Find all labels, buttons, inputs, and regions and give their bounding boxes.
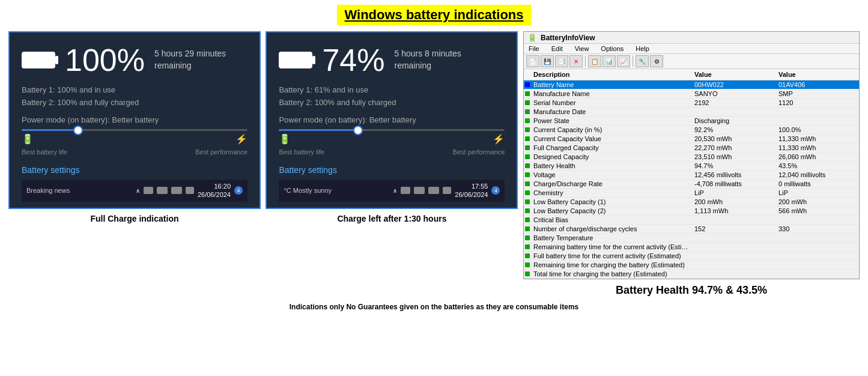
row-v2-13: 200 mWh <box>777 198 849 205</box>
row-color-dot-9 <box>525 162 532 169</box>
row-v1-8: 23,510 mWh <box>693 153 777 160</box>
toolbar-btn5[interactable]: 📊 <box>602 55 616 67</box>
biv-row-8[interactable]: Designed Capacity 23,510 mWh 26,060 mWh <box>524 153 859 162</box>
toolbar-btn6[interactable]: 📈 <box>617 55 630 67</box>
taskbar-arrow-partial: ∧ <box>393 187 397 194</box>
row-color-dot-2 <box>525 99 532 106</box>
row-label-5: Current Capacity (in %) <box>532 126 693 133</box>
biv-row-17[interactable]: Battery Temperature <box>524 234 859 243</box>
biv-row-5[interactable]: Current Capacity (in %) 92.2% 100.0% <box>524 126 859 135</box>
row-label-16: Number of charge/discharge cycles <box>532 225 693 232</box>
row-color-dot-11 <box>525 180 532 187</box>
caption-partial: Charge left after 1:30 hours <box>337 214 446 223</box>
label-right-partial: Best performance <box>453 148 505 156</box>
row-color-dot-12 <box>525 189 532 196</box>
biv-row-13[interactable]: Low Battery Capacity (1) 200 mWh 200 mWh <box>524 198 859 207</box>
toolbar-btn4[interactable]: 📋 <box>588 55 601 67</box>
taskbar-arrow-full: ∧ <box>136 187 140 194</box>
row-color-dot-5 <box>525 126 532 133</box>
battery-panel-full: 100% 5 hours 29 minutes remaining Batter… <box>8 31 261 209</box>
biv-row-3[interactable]: Manufacture Date <box>524 108 859 117</box>
col-value1: Value <box>693 70 777 79</box>
biv-row-7[interactable]: Full Charged Capacity 22,270 mWh 11,330 … <box>524 144 859 153</box>
row-label-1: Manufacture Name <box>532 90 693 97</box>
row-color-dot-3 <box>525 108 532 115</box>
toolbar-btn7[interactable]: 🔧 <box>636 55 649 67</box>
taskbar-news-full: Breaking news <box>26 187 70 194</box>
row-v2-9: 43.5% <box>777 162 849 169</box>
menu-options[interactable]: Options <box>598 44 626 53</box>
menu-edit[interactable]: Edit <box>549 44 565 53</box>
biv-bottom-caption: Battery Health 94.7% & 43.5% <box>616 284 767 297</box>
row-color-dot-10 <box>525 171 532 178</box>
battery-settings-link-partial[interactable]: Battery settings <box>279 165 505 175</box>
taskbar-icon1-partial <box>401 187 410 194</box>
menu-file[interactable]: File <box>526 44 542 53</box>
biv-row-4[interactable]: Power State Discharging <box>524 117 859 126</box>
row-v2-11: 0 milliwatts <box>777 180 849 187</box>
taskbar-badge-full: 4 <box>234 186 243 195</box>
battery-life-icon: 🔋 <box>22 133 34 145</box>
row-label-20: Remaining time for charging the battery … <box>532 261 693 268</box>
biv-row-15[interactable]: Critical Bias <box>524 216 859 225</box>
col-value2: Value <box>777 70 849 79</box>
biv-row-14[interactable]: Low Battery Capacity (2) 1,113 mWh 566 m… <box>524 207 859 216</box>
biv-row-1[interactable]: Manufacture Name SANYO SMP <box>524 89 859 99</box>
power-mode-partial: Power mode (on battery): Better battery <box>279 115 505 124</box>
power-slider-partial[interactable]: 🔋 ⚡ Best battery life Best performance <box>279 129 505 156</box>
row-v1-9: 94.7% <box>693 162 777 169</box>
biv-menu[interactable]: File Edit View Options Help <box>524 44 859 54</box>
menu-help[interactable]: Help <box>633 44 652 53</box>
row-color-dot-16 <box>525 225 532 232</box>
biv-row-2[interactable]: Serial Number 2192 1120 <box>524 99 859 108</box>
biv-row-18[interactable]: Remaining battery time for the current a… <box>524 243 859 252</box>
biv-title-icon: 🔋 <box>527 33 537 42</box>
biv-row-9[interactable]: Battery Health 94.7% 43.5% <box>524 162 859 171</box>
biv-titlebar: 🔋 BatteryInfoView <box>524 32 859 44</box>
row-color-dot-18 <box>525 243 532 250</box>
row-color-dot-6 <box>525 135 532 142</box>
biv-row-10[interactable]: Voltage 12,456 millivolts 12,040 millivo… <box>524 171 859 180</box>
row-label-21: Total time for charging the battery (Est… <box>532 270 693 277</box>
toolbar-btn3[interactable]: 📑 <box>555 55 568 67</box>
toolbar-btn8[interactable]: ⚙ <box>650 55 663 67</box>
taskbar-volume-full <box>186 187 194 194</box>
biv-row-6[interactable]: Current Capacity Value 20,530 mWh 11,330… <box>524 135 859 144</box>
row-label-8: Designed Capacity <box>532 153 693 160</box>
col-description: Description <box>532 70 693 79</box>
row-v1-11: -4,708 milliwatts <box>693 180 777 187</box>
biv-row-12[interactable]: Chemistry LiP LiP <box>524 189 859 198</box>
taskbar-temp-partial: °C Mostly sunny <box>284 187 332 194</box>
row-v1-10: 12,456 millivolts <box>693 171 777 178</box>
toolbar-btn-del[interactable]: ✕ <box>569 55 583 67</box>
biv-row-0[interactable]: Battery Name 00HW022 01AV406 <box>524 80 859 89</box>
row-v2-7: 11,330 mWh <box>777 144 849 151</box>
toolbar-btn2[interactable]: 💾 <box>541 55 554 67</box>
row-v2-6: 11,330 mWh <box>777 135 849 142</box>
biv-toolbar[interactable]: 📄 💾 📑 ✕ 📋 📊 📈 🔧 ⚙ <box>524 54 859 69</box>
battery-settings-link-full[interactable]: Battery settings <box>22 165 247 175</box>
taskbar-icon2-full <box>157 187 168 194</box>
toolbar-btn1[interactable]: 📄 <box>526 55 539 67</box>
biv-row-20[interactable]: Remaining time for charging the battery … <box>524 261 859 270</box>
biv-title: BatteryInfoView <box>541 34 595 42</box>
row-color-dot-19 <box>525 252 532 259</box>
taskbar-badge-partial: 4 <box>491 186 500 195</box>
power-slider-full[interactable]: 🔋 ⚡ Best battery life Best performance <box>22 129 247 156</box>
row-v1-4: Discharging <box>693 117 777 124</box>
label-right-full: Best performance <box>195 148 247 156</box>
battery1-partial: Battery 1: 61% and in use <box>279 85 505 94</box>
biv-row-19[interactable]: Full battery time for the current activi… <box>524 252 859 261</box>
row-label-18: Remaining battery time for the current a… <box>532 243 693 250</box>
taskbar-icon2-partial <box>414 187 425 194</box>
menu-view[interactable]: View <box>572 44 592 53</box>
row-label-15: Critical Bias <box>532 216 693 223</box>
biv-row-16[interactable]: Number of charge/discharge cycles 152 33… <box>524 225 859 234</box>
biv-row-21[interactable]: Total time for charging the battery (Est… <box>524 270 859 279</box>
row-color-dot-17 <box>525 234 532 241</box>
biv-row-11[interactable]: Charge/Discharge Rate -4,708 milliwatts … <box>524 180 859 189</box>
row-label-7: Full Charged Capacity <box>532 144 693 151</box>
row-color-dot-7 <box>525 144 532 151</box>
row-label-0: Battery Name <box>532 81 693 88</box>
taskbar-volume-partial <box>443 187 451 194</box>
